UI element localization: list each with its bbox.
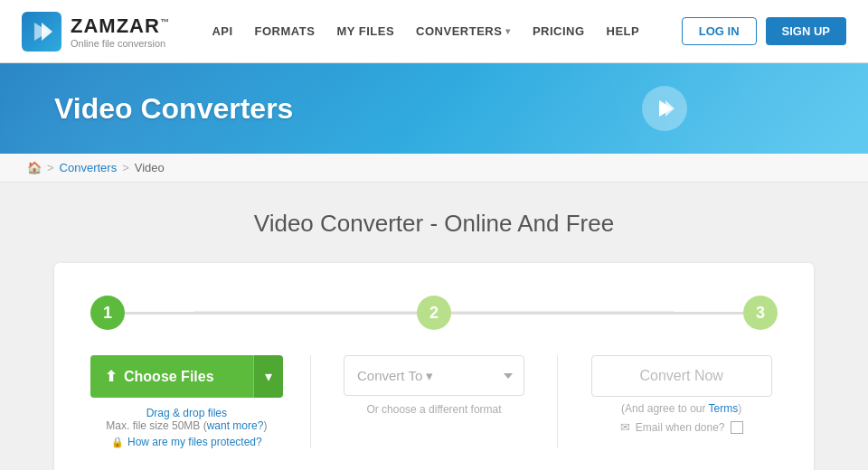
steps-bar: 1 2 3 [90,296,778,330]
hero-play-icon [642,86,687,131]
breadcrumb: 🏠 > Converters > Video [0,154,868,183]
nav-help[interactable]: HELP [607,24,640,38]
breadcrumb-converters-link[interactable]: Converters [60,161,118,174]
terms-link[interactable]: Terms [709,402,739,415]
drag-drop-text: Drag & drop files Max. file size 50MB (w… [106,407,267,432]
convert-now-area: Convert Now (And agree to our Terms) ✉ E… [567,355,778,434]
nav-pricing[interactable]: PRICING [533,24,585,38]
hero-title: Video Converters [54,92,293,126]
logo-text: ZAMZAR™ Online file conversion [71,14,170,49]
email-row: ✉ Email when done? [620,420,743,434]
step-3-circle: 3 [743,296,778,330]
converter-card: 1 2 3 ⬆ Choose Files ▾ [54,263,814,470]
choose-files-area: ⬆ Choose Files ▾ Drag & drop files Max. … [90,355,301,448]
convert-to-area: Convert To ▾ Or choose a different forma… [320,355,549,416]
action-divider-1 [310,355,311,448]
header-buttons: LOG IN SIGN UP [682,17,846,45]
breadcrumb-current: Video [135,161,165,174]
choose-files-button[interactable]: ⬆ Choose Files [90,355,253,398]
convert-now-hint: (And agree to our Terms) [621,402,741,415]
step-1-circle: 1 [90,296,125,330]
svg-marker-3 [665,100,675,117]
lock-icon: 🔒 [111,437,124,448]
action-divider-2 [557,355,558,448]
choose-files-btn-group: ⬆ Choose Files ▾ [90,355,283,398]
converters-caret-icon: ▾ [505,26,511,36]
header: ZAMZAR™ Online file conversion API FORMA… [0,0,868,63]
action-row: ⬆ Choose Files ▾ Drag & drop files Max. … [90,355,778,448]
convert-now-button[interactable]: Convert Now [591,355,772,397]
breadcrumb-sep-1: > [47,161,54,174]
signup-button[interactable]: SIGN UP [766,17,846,45]
want-more-link[interactable]: want more? [207,419,264,432]
logo-area: ZAMZAR™ Online file conversion [22,12,170,52]
convert-to-select[interactable]: Convert To ▾ [344,355,524,396]
page-title: Video Converter - Online And Free [54,210,814,238]
email-checkbox[interactable] [731,421,743,434]
step-spacer-1 [125,312,417,315]
convert-to-hint: Or choose a different format [366,403,501,416]
hero-banner: Video Converters [0,63,868,154]
dropdown-arrow-icon: ▾ [265,369,272,384]
logo-subtitle: Online file conversion [71,38,170,49]
nav-converters[interactable]: CONVERTERS ▾ [416,24,511,38]
main-nav: API FORMATS MY FILES CONVERTERS ▾ PRICIN… [212,24,639,38]
logo-name: ZAMZAR™ [71,14,170,38]
main-content: Video Converter - Online And Free 1 2 3 … [0,183,868,470]
nav-api[interactable]: API [212,24,232,38]
drag-drop-link[interactable]: Drag & drop files [146,407,227,419]
hero-icon-area [642,86,687,131]
step-spacer-2 [451,312,743,315]
upload-icon: ⬆ [105,368,117,385]
email-icon: ✉ [620,420,630,434]
choose-files-dropdown-button[interactable]: ▾ [253,355,283,398]
logo-icon [22,12,61,52]
login-button[interactable]: LOG IN [682,17,757,45]
nav-formats[interactable]: FORMATS [255,24,316,38]
breadcrumb-home-icon[interactable]: 🏠 [27,161,42,174]
svg-marker-1 [42,23,52,41]
file-protection-link[interactable]: 🔒 How are my files protected? [111,436,262,448]
nav-my-files[interactable]: MY FILES [336,24,394,38]
step-2-circle: 2 [417,296,451,330]
breadcrumb-sep-2: > [122,161,129,174]
